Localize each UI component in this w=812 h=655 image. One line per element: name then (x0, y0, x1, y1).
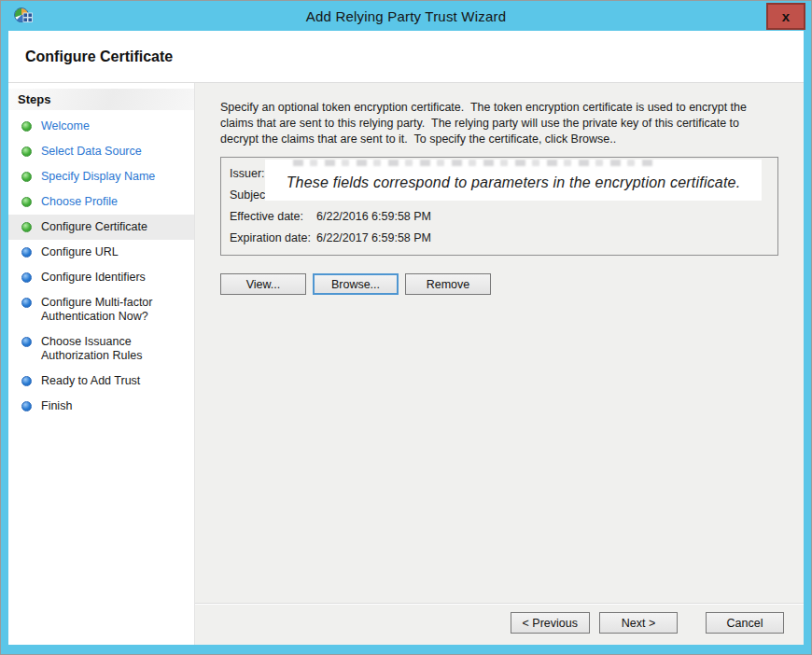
adfs-app-icon (13, 6, 34, 26)
next-button[interactable]: Next > (599, 612, 678, 634)
cert-field-effective-date: Effective date: 6/22/2016 6:59:58 PM (230, 205, 768, 227)
step-finish: Finish (8, 394, 194, 419)
steps-heading: Steps (8, 89, 194, 110)
cert-field-expiration-date: Expiration date: 6/22/2017 6:59:58 PM (230, 227, 768, 248)
content-pane: Specify an optional token encryption cer… (195, 83, 804, 645)
page-title: Configure Certificate (25, 49, 173, 65)
obscured-text-remnant (293, 160, 657, 166)
window-title: Add Relying Party Trust Wizard (1, 8, 811, 24)
annotation-text: These fields correspond to parameters in… (287, 169, 741, 191)
certificate-details-box: Issuer: Subject: Effective date: 6/22/20… (220, 157, 778, 256)
step-pending-icon (21, 272, 32, 283)
remove-button[interactable]: Remove (405, 273, 491, 295)
step-pending-icon (21, 298, 32, 308)
footer-bar: < Previous Next > Cancel (195, 604, 804, 645)
step-choose-profile[interactable]: Choose Profile (8, 189, 194, 215)
step-completed-icon (21, 121, 32, 132)
annotation-overlay: These fields correspond to parameters in… (265, 160, 762, 201)
wizard-window: Add Relying Party Trust Wizard x Configu… (0, 0, 812, 655)
step-ready-to-add-trust: Ready to Add Trust (8, 369, 194, 394)
step-completed-icon (21, 146, 32, 157)
step-configure-mfa: Configure Multi-factor Authentication No… (8, 290, 194, 329)
step-configure-identifiers: Configure Identifiers (8, 265, 194, 290)
step-completed-icon (21, 197, 32, 207)
step-pending-icon (21, 247, 32, 258)
step-select-data-source[interactable]: Select Data Source (8, 139, 194, 164)
step-welcome[interactable]: Welcome (8, 114, 194, 139)
previous-button[interactable]: < Previous (511, 612, 590, 634)
certificate-actions: View... Browse... Remove (220, 273, 780, 295)
step-completed-icon (21, 172, 32, 182)
page-header: Configure Certificate (8, 31, 804, 83)
cancel-button[interactable]: Cancel (706, 612, 784, 634)
browse-button[interactable]: Browse... (313, 273, 399, 295)
step-configure-url: Configure URL (8, 240, 194, 265)
step-configure-certificate[interactable]: Configure Certificate (8, 215, 194, 240)
step-choose-issuance-rules: Choose Issuance Authorization Rules (8, 329, 194, 369)
step-completed-icon (21, 222, 32, 232)
step-pending-icon (21, 376, 32, 386)
step-pending-icon (21, 401, 32, 411)
step-pending-icon (21, 337, 32, 347)
steps-list: Welcome Select Data Source Specify Displ… (8, 114, 194, 419)
view-button[interactable]: View... (220, 273, 306, 295)
titlebar: Add Relying Party Trust Wizard x (1, 1, 811, 31)
step-specify-display-name[interactable]: Specify Display Name (8, 164, 194, 189)
description-text: Specify an optional token encryption cer… (220, 100, 780, 147)
window-body: Configure Certificate Steps Welcome Sele… (8, 31, 804, 645)
close-button[interactable]: x (766, 3, 805, 30)
steps-sidebar: Steps Welcome Select Data Source Specify… (8, 83, 195, 645)
